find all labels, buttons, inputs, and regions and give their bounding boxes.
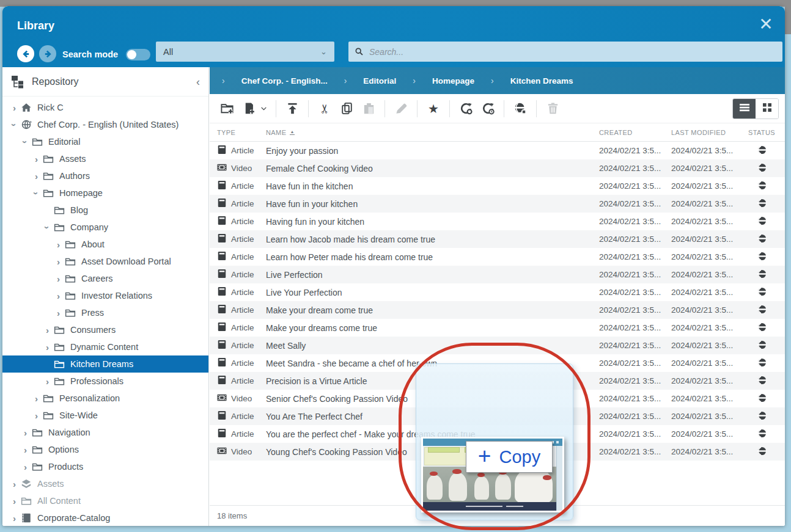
content-type-filter[interactable]: All ⌄	[156, 42, 334, 62]
expander-collapsed-icon[interactable]: ›	[54, 274, 63, 283]
breadcrumb-item-homepage[interactable]: Homepage	[432, 76, 474, 86]
expander-collapsed-icon[interactable]: ›	[43, 343, 52, 352]
expander-expanded-icon[interactable]: ›	[43, 223, 52, 232]
expander-expanded-icon[interactable]: ›	[10, 120, 19, 129]
expander-collapsed-icon[interactable]: ›	[54, 308, 63, 318]
tree-item-editorial[interactable]: ›Editorial	[2, 133, 208, 150]
tree-item-company[interactable]: ›Company	[2, 219, 208, 236]
expander-collapsed-icon[interactable]: ›	[10, 479, 19, 489]
expander-collapsed-icon[interactable]: ›	[54, 257, 63, 266]
new-folder-button[interactable]	[218, 100, 236, 118]
tree-item-products[interactable]: ›Products	[2, 458, 208, 475]
column-header-name[interactable]: NAME▲	[266, 129, 599, 136]
repository-tree: ›Rick C›Chef Corp. - English (United Sta…	[2, 99, 208, 526]
column-label: STATUS	[748, 129, 775, 136]
upload-button[interactable]	[283, 100, 301, 118]
tree-item-investor-relations[interactable]: ›Investor Relations	[2, 287, 208, 304]
table-row[interactable]: ArticleLearn how Peter made his dream co…	[210, 248, 785, 266]
table-row[interactable]: ArticleLearn how Jacob made his dream co…	[210, 230, 785, 248]
table-row[interactable]: ArticleHaving fun in your kitchen2024/02…	[210, 213, 785, 230]
tree-item-kitchen-dreams[interactable]: Kitchen Dreams	[2, 355, 208, 373]
cycle-icon	[459, 101, 473, 115]
tree-item-all-content[interactable]: ›All Content	[2, 492, 208, 509]
column-header-created[interactable]: CREATED	[599, 129, 671, 136]
expander-collapsed-icon[interactable]: ›	[21, 428, 30, 437]
column-header-type[interactable]: TYPE	[217, 129, 266, 136]
table-row[interactable]: ArticleLive Perfection2024/02/21 3:5...2…	[210, 266, 785, 283]
expander-collapsed-icon[interactable]: ›	[32, 155, 41, 164]
tree-item-chef-corp-english-united-states[interactable]: ›Chef Corp. - English (United States)	[2, 116, 208, 133]
tree-item-navigation[interactable]: ›Navigation	[2, 424, 208, 441]
close-icon[interactable]: ✕	[756, 15, 776, 35]
tree-item-authors[interactable]: ›Authors	[2, 167, 208, 184]
globe-x-icon	[513, 101, 528, 115]
tree-item-options[interactable]: ›Options	[2, 441, 208, 458]
expander-collapsed-icon[interactable]: ›	[54, 291, 63, 301]
expander-collapsed-icon[interactable]: ›	[32, 411, 41, 420]
created-cell: 2024/02/21 3:5...	[599, 270, 671, 279]
tree-item-careers[interactable]: ›Careers	[2, 270, 208, 287]
expander-collapsed-icon[interactable]: ›	[54, 240, 63, 249]
tree-item-asset-download-portal[interactable]: ›Asset Download Portal	[2, 253, 208, 270]
red-annotation-circle	[399, 343, 590, 530]
withdraw-button[interactable]	[511, 100, 529, 118]
approve-publish-button[interactable]	[457, 100, 475, 118]
expander-collapsed-icon[interactable]: ›	[21, 462, 30, 472]
tree-item-blog[interactable]: Blog	[2, 202, 208, 219]
name-cell: Enjoy your passion	[266, 146, 599, 156]
column-header-status[interactable]: STATUS	[743, 129, 780, 136]
expander-collapsed-icon[interactable]: ›	[10, 103, 19, 112]
table-row[interactable]: ArticleHave fun in your kitchen2024/02/2…	[210, 195, 785, 213]
status-cell	[743, 446, 780, 457]
status-published-icon	[757, 358, 767, 369]
cut-button[interactable]: ✂	[315, 100, 334, 118]
expander-collapsed-icon[interactable]: ›	[43, 326, 52, 335]
expander-expanded-icon[interactable]: ›	[32, 189, 41, 198]
expander-collapsed-icon[interactable]: ›	[32, 394, 41, 403]
expander-collapsed-icon[interactable]: ›	[43, 377, 52, 386]
tree-item-press[interactable]: ›Press	[2, 304, 208, 321]
collapse-sidebar-icon[interactable]: ‹	[196, 76, 200, 87]
new-content-button[interactable]	[240, 100, 258, 118]
tree-item-assets[interactable]: ›Assets	[2, 475, 208, 492]
breadcrumb-item-chef-corp-english[interactable]: Chef Corp. - English...	[241, 76, 328, 86]
expander-collapsed-icon[interactable]: ›	[32, 172, 41, 181]
list-view-button[interactable]	[733, 99, 756, 118]
tree-item-consumers[interactable]: ›Consumers	[2, 321, 208, 338]
breadcrumb-item-editorial[interactable]: Editorial	[363, 76, 396, 86]
expander-collapsed-icon[interactable]: ›	[10, 514, 19, 523]
breadcrumb-item-kitchen-dreams[interactable]: Kitchen Dreams	[510, 76, 573, 86]
type-label: Article	[231, 235, 254, 244]
tree-item-homepage[interactable]: ›Homepage	[2, 184, 208, 202]
tree-item-assets[interactable]: ›Assets	[2, 150, 208, 167]
forward-button[interactable]	[39, 45, 56, 62]
back-button[interactable]	[17, 45, 34, 62]
expander-collapsed-icon[interactable]: ›	[21, 445, 30, 454]
tree-item-dynamic-content[interactable]: ›Dynamic Content	[2, 338, 208, 355]
table-row[interactable]: ArticleHave fun in the kitchen2024/02/21…	[210, 177, 785, 195]
search-input[interactable]	[368, 46, 776, 57]
status-published-icon	[757, 340, 767, 351]
new-content-menu-button[interactable]	[259, 100, 269, 118]
tree-item-corporate-catalog[interactable]: ›Corporate-Catalog	[2, 509, 208, 526]
expander-collapsed-icon[interactable]: ›	[10, 497, 19, 506]
catalog-icon	[20, 512, 32, 524]
tree-item-site-wide[interactable]: ›Site-Wide	[2, 407, 208, 424]
table-row[interactable]: VideoFemale Chef Cooking Video2024/02/21…	[210, 159, 785, 177]
table-row[interactable]: ArticleMake your dreams come true2024/02…	[210, 319, 785, 337]
bookmark-button[interactable]: ★	[424, 100, 443, 118]
table-row[interactable]: ArticleLive Your Perfection2024/02/21 3:…	[210, 283, 785, 301]
tree-item-about[interactable]: ›About	[2, 236, 208, 253]
copy-button[interactable]	[337, 100, 356, 118]
column-header-last-modified[interactable]: LAST MODIFIED	[671, 129, 743, 136]
tree-item-rick-c[interactable]: ›Rick C	[2, 99, 208, 116]
publish-with-time-button[interactable]	[479, 100, 497, 118]
tree-item-professionals[interactable]: ›Professionals	[2, 373, 208, 390]
expander-expanded-icon[interactable]: ›	[21, 137, 30, 147]
table-row[interactable]: ArticleMake your dream come true2024/02/…	[210, 301, 785, 319]
search-mode-toggle[interactable]	[126, 49, 150, 60]
table-row[interactable]: ArticleEnjoy your passion2024/02/21 3:5.…	[210, 142, 785, 159]
thumbnail-view-button[interactable]	[756, 99, 778, 118]
tree-item-label: All Content	[37, 496, 81, 506]
tree-item-personalization[interactable]: ›Personalization	[2, 390, 208, 407]
